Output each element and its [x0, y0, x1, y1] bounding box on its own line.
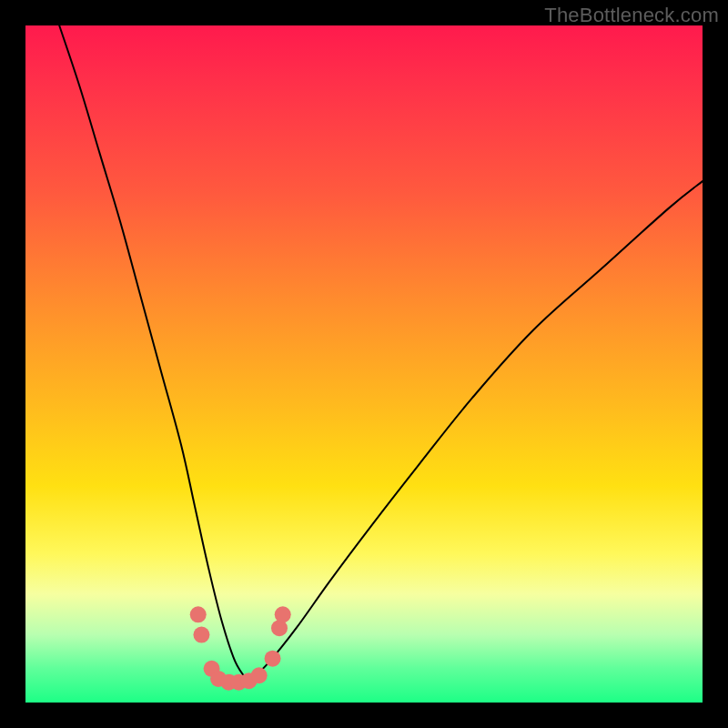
threshold-marker: [275, 606, 291, 622]
plot-area: [25, 25, 703, 703]
chart-frame: TheBottleneck.com: [0, 0, 728, 728]
curve-left-branch: [59, 25, 248, 682]
watermark-text: TheBottleneck.com: [544, 4, 719, 27]
threshold-marker: [251, 667, 268, 683]
threshold-marker: [193, 627, 209, 643]
curves-svg: [25, 25, 703, 703]
curve-right-branch: [249, 181, 703, 682]
threshold-markers: [190, 606, 291, 690]
threshold-marker: [265, 651, 281, 667]
threshold-marker: [190, 606, 207, 622]
